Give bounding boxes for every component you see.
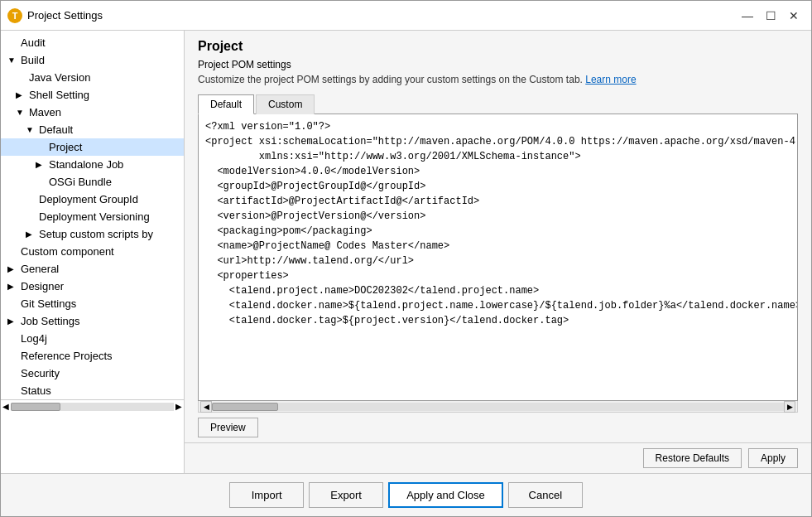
sidebar-item-setup-custom-scripts[interactable]: ▶Setup custom scripts by [1,225,184,243]
sidebar-item-deployment-groupid[interactable]: Deployment GroupId [1,191,184,208]
sidebar-item-build[interactable]: ▼Build [1,51,184,69]
sidebar-label-general: General [21,263,59,275]
export-button[interactable]: Export [309,482,383,508]
sidebar-item-general[interactable]: ▶General [1,260,184,278]
scroll-left-icon[interactable]: ◀ [2,402,9,411]
close-button[interactable]: ✕ [783,7,805,25]
sidebar-item-deployment-versioning[interactable]: Deployment Versioning [1,208,184,225]
sidebar-label-build: Build [21,54,45,66]
title-bar: T Project Settings — ☐ ✕ [1,1,811,31]
tab-custom[interactable]: Custom [256,94,315,114]
sidebar-label-java-version: Java Version [29,71,90,84]
scroll-right-icon[interactable]: ▶ [175,402,182,411]
xml-editor[interactable]: <?xml version="1.0"?> <project xsi:schem… [198,114,798,401]
expand-icon-standalone-job: ▶ [36,160,46,169]
sidebar: Audit▼BuildJava Version▶Shell Setting▼Ma… [1,31,185,473]
tab-bar: Default Custom [198,94,798,114]
panel-title: Project [198,39,798,54]
sidebar-label-osgi-bundle: OSGi Bundle [49,176,112,188]
sidebar-label-custom-component: Custom component [21,245,114,258]
sidebar-label-standalone-job: Standalone Job [49,158,123,171]
expand-icon-maven: ▼ [16,108,26,117]
learn-more-link[interactable]: Learn more [585,74,636,85]
window-title: Project Settings [27,9,737,22]
sidebar-item-audit[interactable]: Audit [1,34,184,51]
maximize-button[interactable]: ☐ [760,7,781,25]
sidebar-label-audit: Audit [21,36,46,49]
sidebar-item-custom-component[interactable]: Custom component [1,243,184,260]
expand-icon-default: ▼ [26,125,36,134]
sidebar-item-java-version[interactable]: Java Version [1,69,184,86]
sidebar-item-log4j[interactable]: Log4j [1,330,184,347]
preview-button[interactable]: Preview [198,418,258,437]
panel-subtitle: Project POM settings [198,59,798,70]
action-row: Restore Defaults Apply [185,442,811,473]
sidebar-label-git-settings: Git Settings [21,297,76,310]
apply-button[interactable]: Apply [748,448,798,468]
main-panel: Project Project POM settings Customize t… [185,31,811,473]
description-text: Customize the project POM settings by ad… [198,74,583,85]
expand-icon-build: ▼ [7,56,17,65]
sidebar-label-project: Project [49,141,82,153]
scroll-right-arrow[interactable]: ▶ [784,401,795,413]
sidebar-item-project[interactable]: Project [1,138,184,156]
horizontal-scrollbar[interactable]: ◀ ▶ [198,401,798,413]
sidebar-label-deployment-groupid: Deployment GroupId [39,193,138,205]
apply-and-close-button[interactable]: Apply and Close [388,482,503,508]
sidebar-item-osgi-bundle[interactable]: OSGi Bundle [1,173,184,191]
xml-content: <?xml version="1.0"?> <project xsi:schem… [199,114,798,400]
horizontal-track [212,403,784,411]
content-area: Audit▼BuildJava Version▶Shell Setting▼Ma… [1,31,811,473]
sidebar-label-designer: Designer [21,280,64,292]
sidebar-label-default: Default [39,123,73,136]
sidebar-label-deployment-versioning: Deployment Versioning [39,210,150,223]
sidebar-item-reference-projects[interactable]: Reference Projects [1,347,184,365]
tab-default[interactable]: Default [198,94,254,114]
sidebar-item-job-settings[interactable]: ▶Job Settings [1,312,184,330]
expand-icon-job-settings: ▶ [7,316,17,326]
sidebar-item-standalone-job[interactable]: ▶Standalone Job [1,156,184,173]
sidebar-item-maven[interactable]: ▼Maven [1,104,184,121]
window-controls: — ☐ ✕ [737,7,805,25]
horiz-thumb[interactable] [212,403,278,411]
preview-area: Preview [198,413,798,442]
sidebar-horizontal-scrollbar[interactable]: ◀ ▶ [1,399,184,413]
scroll-left-arrow[interactable]: ◀ [200,401,212,413]
sidebar-label-job-settings: Job Settings [21,315,80,327]
panel-description: Customize the project POM settings by ad… [198,74,798,85]
expand-icon-shell-setting: ▶ [16,90,26,99]
xml-wrapper: <?xml version="1.0"?> <project xsi:schem… [198,114,798,413]
sidebar-item-security[interactable]: Security [1,365,184,382]
main-header: Project Project POM settings Customize t… [185,31,811,94]
sidebar-item-git-settings[interactable]: Git Settings [1,295,184,312]
sidebar-label-status: Status [21,384,51,397]
sidebar-label-security: Security [21,367,60,379]
sidebar-item-default[interactable]: ▼Default [1,121,184,138]
expand-icon-setup-custom-scripts: ▶ [26,230,36,239]
sidebar-label-shell-setting: Shell Setting [29,89,89,101]
sidebar-item-status[interactable]: Status [1,382,184,399]
bottom-bar: Import Export Apply and Close Cancel [1,473,811,516]
sidebar-label-log4j: Log4j [21,332,47,345]
sidebar-label-maven: Maven [29,106,61,118]
sidebar-item-shell-setting[interactable]: ▶Shell Setting [1,86,184,104]
expand-icon-general: ▶ [7,264,17,273]
sidebar-label-setup-custom-scripts: Setup custom scripts by [39,228,153,240]
tabs-area: Default Custom <?xml version="1.0"?> <pr… [185,94,811,442]
cancel-button[interactable]: Cancel [508,482,583,508]
project-settings-dialog: T Project Settings — ☐ ✕ Audit▼BuildJava… [0,0,812,517]
app-icon: T [7,8,22,23]
sidebar-label-reference-projects: Reference Projects [21,350,113,362]
minimize-button[interactable]: — [737,7,758,25]
restore-defaults-button[interactable]: Restore Defaults [643,448,742,468]
sidebar-item-designer[interactable]: ▶Designer [1,278,184,295]
import-button[interactable]: Import [229,482,304,508]
expand-icon-designer: ▶ [7,282,17,291]
